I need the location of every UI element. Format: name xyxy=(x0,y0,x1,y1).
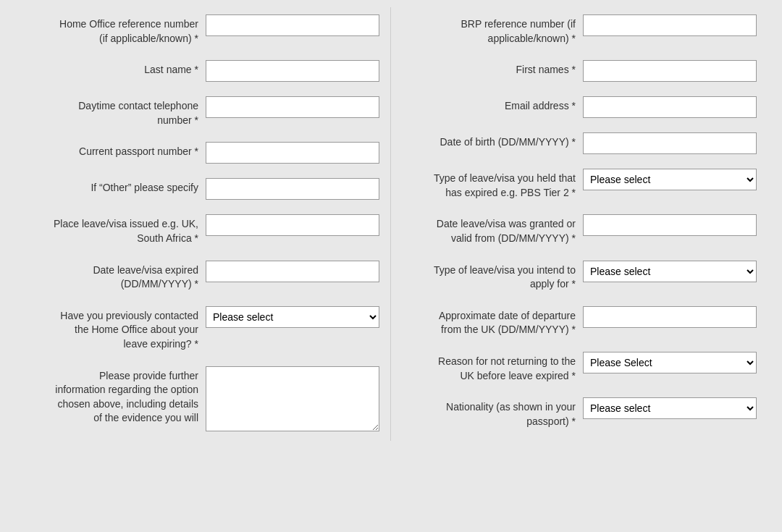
place-issued-label: Place leave/visa issued e.g. UK, South A… xyxy=(54,214,198,245)
date-granted-control xyxy=(583,214,757,236)
departure-date-label: Approximate date of departure from the U… xyxy=(431,306,576,337)
further-info-control xyxy=(206,366,379,434)
left-column: Home Office reference number (if applica… xyxy=(14,7,391,441)
dob-control xyxy=(583,132,757,154)
email-control xyxy=(583,96,757,118)
dob-input[interactable] xyxy=(583,132,757,154)
home-office-ref-label: Home Office reference number (if applica… xyxy=(54,14,198,46)
place-issued-input[interactable] xyxy=(206,214,379,236)
other-specify-control xyxy=(206,178,379,200)
first-names-input[interactable] xyxy=(583,60,757,82)
other-specify-input[interactable] xyxy=(206,178,379,200)
leave-type-expired-label: Type of leave/visa you held that has exp… xyxy=(431,169,576,200)
date-expired-input[interactable] xyxy=(206,261,379,282)
first-names-label: First names * xyxy=(445,60,576,77)
form-container: Home Office reference number (if applica… xyxy=(0,0,782,448)
home-office-ref-control xyxy=(206,14,379,36)
daytime-phone-control xyxy=(206,96,379,118)
home-office-ref-row: Home Office reference number (if applica… xyxy=(14,7,390,53)
further-info-textarea[interactable] xyxy=(206,366,379,431)
previously-contacted-select[interactable]: Please select Yes No xyxy=(206,306,379,328)
reason-not-returning-label: Reason for not returning to the UK befor… xyxy=(431,352,576,383)
leave-type-apply-select[interactable]: Please select PBS Tier 1 PBS Tier 2 PBS … xyxy=(583,261,757,282)
other-specify-label: If “Other” please specify xyxy=(68,178,198,195)
nationality-label: Nationality (as shown in your passport) … xyxy=(431,397,576,428)
previously-contacted-row: Have you previously contacted the Home O… xyxy=(14,299,390,359)
nationality-row: Nationality (as shown in your passport) … xyxy=(391,390,768,436)
dob-label: Date of birth (DD/MM/YYYY) * xyxy=(440,132,576,150)
first-names-control xyxy=(583,60,757,82)
date-expired-row: Date leave/visa expired (DD/MM/YYYY) * xyxy=(14,253,390,299)
leave-type-apply-label: Type of leave/visa you intend to apply f… xyxy=(431,261,576,292)
date-granted-input[interactable] xyxy=(583,214,757,236)
brp-ref-input[interactable] xyxy=(583,14,757,36)
date-granted-row: Date leave/visa was granted or valid fro… xyxy=(391,207,768,253)
reason-not-returning-control: Please Select Medical Family emergency O… xyxy=(583,352,757,373)
passport-number-control xyxy=(206,142,379,164)
passport-number-input[interactable] xyxy=(206,142,379,164)
nationality-select[interactable]: Please select British Other xyxy=(583,397,757,419)
brp-ref-label: BRP reference number (if applicable/know… xyxy=(431,14,576,46)
email-row: Email address * xyxy=(391,89,768,125)
first-names-row: First names * xyxy=(391,53,768,89)
nationality-control: Please select British Other xyxy=(583,397,757,419)
departure-date-control xyxy=(583,306,757,328)
last-name-row: Last name * xyxy=(14,53,390,89)
last-name-label: Last name * xyxy=(68,60,198,77)
daytime-phone-row: Daytime contact telephone number * xyxy=(14,89,390,135)
previously-contacted-label: Have you previously contacted the Home O… xyxy=(54,306,198,352)
last-name-input[interactable] xyxy=(206,60,379,82)
date-expired-label: Date leave/visa expired (DD/MM/YYYY) * xyxy=(54,261,198,292)
leave-type-expired-control: Please select PBS Tier 1 PBS Tier 2 PBS … xyxy=(583,169,757,190)
leave-type-expired-row: Type of leave/visa you held that has exp… xyxy=(391,161,768,207)
date-expired-control xyxy=(206,261,379,282)
daytime-phone-label: Daytime contact telephone number * xyxy=(54,96,198,127)
brp-ref-control xyxy=(583,14,757,36)
email-input[interactable] xyxy=(583,96,757,118)
date-granted-label: Date leave/visa was granted or valid fro… xyxy=(431,214,576,245)
departure-date-row: Approximate date of departure from the U… xyxy=(391,299,768,345)
further-info-label: Please provide further information regar… xyxy=(54,366,198,426)
right-column: BRP reference number (if applicable/know… xyxy=(391,7,768,441)
dob-row: Date of birth (DD/MM/YYYY) * xyxy=(391,125,768,161)
passport-number-label: Current passport number * xyxy=(68,142,198,159)
further-info-row: Please provide further information regar… xyxy=(14,359,390,441)
leave-type-apply-row: Type of leave/visa you intend to apply f… xyxy=(391,253,768,299)
daytime-phone-input[interactable] xyxy=(206,96,379,118)
last-name-control xyxy=(206,60,379,82)
leave-type-expired-select[interactable]: Please select PBS Tier 1 PBS Tier 2 PBS … xyxy=(583,169,757,190)
previously-contacted-control: Please select Yes No xyxy=(206,306,379,328)
reason-not-returning-row: Reason for not returning to the UK befor… xyxy=(391,345,768,390)
brp-ref-row: BRP reference number (if applicable/know… xyxy=(391,7,768,53)
departure-date-input[interactable] xyxy=(583,306,757,328)
place-issued-control xyxy=(206,214,379,236)
other-specify-row: If “Other” please specify xyxy=(14,171,390,207)
reason-not-returning-select[interactable]: Please Select Medical Family emergency O… xyxy=(583,352,757,373)
leave-type-apply-control: Please select PBS Tier 1 PBS Tier 2 PBS … xyxy=(583,261,757,282)
passport-number-row: Current passport number * xyxy=(14,135,390,171)
home-office-ref-input[interactable] xyxy=(206,14,379,36)
place-issued-row: Place leave/visa issued e.g. UK, South A… xyxy=(14,207,390,253)
email-label: Email address * xyxy=(445,96,576,114)
